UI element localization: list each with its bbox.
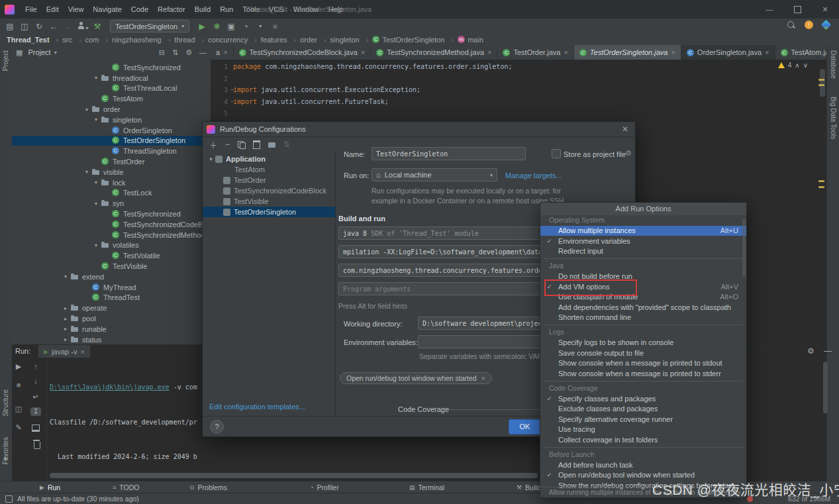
- open-icon[interactable]: ▤: [3, 22, 17, 31]
- config-item[interactable]: TestOrder: [203, 175, 335, 185]
- minimize-button[interactable]: —: [756, 0, 783, 19]
- ide-promo-icon[interactable]: [821, 20, 832, 30]
- tool-stripe-structure[interactable]: Structure: [2, 389, 9, 417]
- tree-item[interactable]: order: [12, 104, 211, 115]
- editor-tab[interactable]: COrderSingleton.java: [681, 45, 775, 60]
- popup-item[interactable]: Collect coverage in test folders: [540, 434, 746, 445]
- popup-item[interactable]: ✓Specify classes and packages: [540, 393, 746, 404]
- gear-icon[interactable]: ⚙: [807, 346, 814, 356]
- copy-configuration-icon[interactable]: [238, 141, 245, 148]
- breadcrumb-item[interactable]: ningzhaosheng: [112, 36, 174, 44]
- tree-item[interactable]: OrderSingleton: [12, 125, 211, 136]
- breadcrumb-item[interactable]: thread: [174, 36, 208, 44]
- editor-tab[interactable]: CTestSynchronizedMethod.java: [371, 45, 497, 60]
- remove-configuration-button[interactable]: −: [225, 140, 230, 149]
- save-configuration-icon[interactable]: [253, 140, 260, 149]
- breadcrumb-item[interactable]: mmain: [458, 36, 483, 44]
- tool-stripe-project[interactable]: Project: [2, 50, 9, 71]
- menu-run[interactable]: Run: [215, 0, 238, 19]
- popup-item[interactable]: Specify alternative coverage runner: [540, 414, 746, 425]
- chevron-down-icon[interactable]: [207, 156, 215, 162]
- debug-button[interactable]: ❋: [209, 22, 224, 31]
- menu-navigate[interactable]: Navigate: [88, 0, 126, 19]
- collapse-all-icon[interactable]: ⊟: [159, 48, 165, 57]
- run-console-tab[interactable]: ▶ javap -v: [38, 345, 90, 358]
- close-icon[interactable]: [765, 48, 769, 56]
- help-button[interactable]: ?: [210, 420, 224, 434]
- run-button[interactable]: ▶: [195, 22, 209, 31]
- popup-item[interactable]: Save console output to file: [540, 348, 746, 358]
- tree-item[interactable]: status: [12, 334, 211, 344]
- prev-warning-icon[interactable]: ∧: [795, 62, 799, 69]
- warning-stripe-mark[interactable]: [818, 186, 824, 188]
- breadcrumb-item[interactable]: singleton: [330, 36, 373, 44]
- tree-item[interactable]: TestThreadLocal: [12, 83, 211, 94]
- menu-code[interactable]: Code: [126, 0, 153, 19]
- tree-item[interactable]: threadlocal: [12, 73, 211, 83]
- next-warning-icon[interactable]: ∨: [803, 62, 808, 69]
- update-notification-icon[interactable]: ↑: [805, 21, 813, 29]
- close-icon[interactable]: [80, 348, 84, 356]
- search-icon[interactable]: [787, 21, 795, 29]
- chevron-down-icon[interactable]: [82, 107, 91, 113]
- chevron-right-icon[interactable]: [61, 326, 70, 332]
- menu-view[interactable]: View: [64, 0, 89, 19]
- tree-item[interactable]: MyThread: [12, 282, 211, 293]
- menu-edit[interactable]: Edit: [42, 0, 64, 19]
- popup-item[interactable]: Redirect input: [540, 246, 746, 257]
- sort-configurations-icon[interactable]: ⇅: [283, 140, 290, 149]
- popup-item[interactable]: Shorten command line: [540, 313, 746, 323]
- run-on-select[interactable]: ⌂ Local machine ▾: [371, 168, 497, 181]
- chevron-right-icon[interactable]: [61, 336, 70, 342]
- user-icon[interactable]: ▾: [75, 21, 90, 32]
- close-icon[interactable]: ✕: [615, 125, 635, 134]
- popup-item[interactable]: Specify logs to be shown in console: [540, 338, 746, 348]
- chevron-down-icon[interactable]: [91, 242, 101, 248]
- menu-file[interactable]: File: [21, 0, 42, 19]
- toolwindow-build[interactable]: ⚒Build: [517, 481, 540, 493]
- tree-item[interactable]: runable: [12, 324, 211, 334]
- forward-icon[interactable]: →: [61, 22, 75, 31]
- build-hammer-icon[interactable]: ⚒: [90, 22, 105, 31]
- name-input[interactable]: [371, 147, 526, 160]
- run-configuration-select[interactable]: TestOrderSingleton ▾: [110, 20, 189, 32]
- close-icon[interactable]: [361, 48, 365, 56]
- breadcrumb-item[interactable]: src: [62, 36, 85, 44]
- popup-item[interactable]: Show console when a message is printed t…: [540, 358, 746, 369]
- chevron-down-icon[interactable]: [91, 179, 101, 185]
- tree-item-selected[interactable]: TestOrderSingleton: [12, 136, 211, 146]
- tree-item[interactable]: extend: [12, 272, 211, 282]
- up-stack-icon[interactable]: ↑: [30, 362, 41, 370]
- tree-item[interactable]: TestSynchronizedMethod: [12, 230, 211, 240]
- warning-stripe-mark[interactable]: [818, 180, 824, 182]
- tree-item[interactable]: visible: [12, 167, 211, 177]
- warning-stripe-mark[interactable]: [818, 79, 824, 81]
- editor-scrollbar[interactable]: [820, 69, 825, 97]
- breadcrumb-item[interactable]: com: [85, 36, 112, 44]
- popup-item[interactable]: Exclude classes and packages: [540, 404, 746, 415]
- breadcrumb-item[interactable]: concurrency: [208, 36, 261, 44]
- scroll-to-source-icon[interactable]: ⇅: [172, 48, 178, 57]
- chevron-down-icon[interactable]: ▾: [253, 23, 268, 29]
- chevron-down-icon[interactable]: ▾: [54, 50, 57, 56]
- config-item[interactable]: TestAtom: [203, 164, 335, 175]
- soft-wrap-icon[interactable]: ↵: [30, 393, 41, 401]
- scroll-to-end-icon[interactable]: ↧: [30, 407, 41, 416]
- breadcrumb-item[interactable]: CTestOrderSingleton: [372, 36, 458, 44]
- editor-tab[interactable]: CTestOrder.java: [497, 45, 573, 60]
- toolwindow-problems[interactable]: ⊙Problems: [189, 481, 227, 493]
- breadcrumb-item[interactable]: Thread_Test: [7, 36, 62, 44]
- menu-refactor[interactable]: Refactor: [153, 0, 190, 19]
- gear-icon[interactable]: ⚙: [625, 149, 632, 158]
- back-icon[interactable]: ←: [46, 22, 61, 31]
- tree-item[interactable]: TestSynchronizedCodeBlock: [12, 219, 211, 230]
- tree-item[interactable]: TestVolatile: [12, 250, 211, 261]
- close-icon[interactable]: [487, 48, 491, 56]
- popup-item-selected[interactable]: Allow multiple instancesAlt+U: [540, 226, 746, 236]
- tree-item[interactable]: operate: [12, 303, 211, 313]
- tree-item[interactable]: TestLock: [12, 188, 211, 199]
- config-item-selected[interactable]: TestOrderSingleton: [203, 207, 335, 217]
- toolwindow-todo[interactable]: ≡TODO: [113, 481, 139, 493]
- close-icon[interactable]: [564, 48, 568, 56]
- tree-item[interactable]: singleton: [12, 115, 211, 125]
